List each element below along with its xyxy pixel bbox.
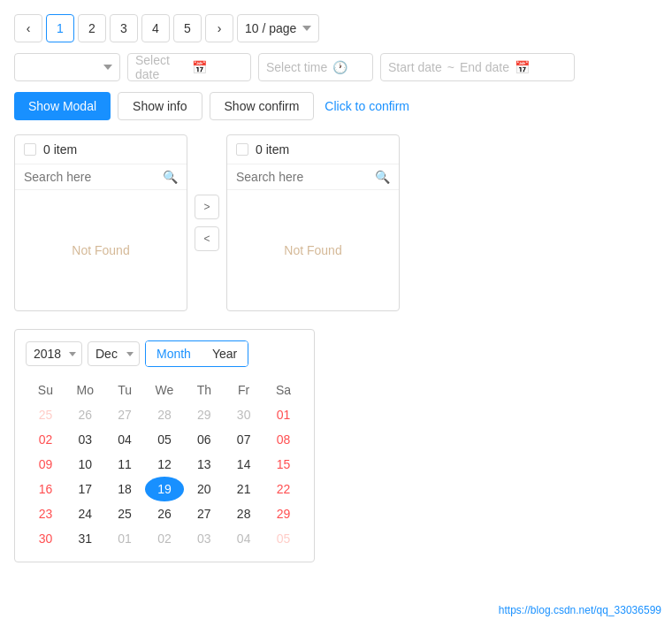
clock-icon: 🕐	[332, 60, 347, 74]
calendar-day-header: Su	[26, 378, 65, 402]
page-3-button[interactable]: 3	[110, 14, 138, 42]
page-4-button[interactable]: 4	[141, 14, 170, 42]
calendar-day-header: Th	[184, 378, 224, 402]
calendar-day[interactable]: 08	[263, 427, 303, 452]
calendar-day[interactable]: 21	[224, 477, 263, 501]
calendar-day[interactable]: 28	[145, 402, 185, 427]
transfer-left-not-found: Not Found	[72, 243, 129, 257]
calendar-day[interactable]: 01	[263, 402, 303, 427]
calendar-day[interactable]: 25	[105, 501, 145, 526]
transfer-right-body: Not Found	[227, 190, 399, 310]
calendar-day[interactable]: 06	[184, 427, 224, 452]
calendar-day[interactable]: 26	[65, 402, 105, 427]
calendar-day[interactable]: 03	[184, 526, 224, 551]
transfer-right-header: 0 item	[227, 135, 399, 164]
calendar-day[interactable]: 31	[65, 526, 105, 551]
transfer-left-checkbox[interactable]	[24, 143, 36, 156]
calendar-day[interactable]: 02	[145, 526, 185, 551]
calendar-day[interactable]: 28	[224, 501, 263, 526]
year-view-button[interactable]: Year	[202, 341, 248, 366]
transfer-left-search[interactable]: 🔍	[15, 164, 187, 190]
toolbar: Select date 📅 Select time 🕐 Start date ~…	[14, 53, 658, 81]
page-5-button[interactable]: 5	[173, 14, 202, 42]
calendar: 2018 2019 2020 JanFebMarApr MayJunJulAug…	[14, 329, 315, 562]
range-tilde: ~	[447, 60, 454, 74]
calendar-day-header: Fr	[224, 378, 263, 402]
calendar-day[interactable]: 16	[26, 477, 65, 501]
transfer-right-button[interactable]: >	[195, 195, 219, 219]
time-placeholder: Select time	[266, 60, 327, 74]
calendar-day[interactable]: 29	[184, 402, 224, 427]
month-view-button[interactable]: Month	[146, 341, 202, 366]
calendar-day[interactable]: 17	[65, 477, 105, 501]
end-date-placeholder: End date	[460, 60, 509, 74]
calendar-day[interactable]: 27	[184, 501, 224, 526]
button-row: Show Modal Show info Show confirm Click …	[14, 92, 658, 120]
calendar-header: 2018 2019 2020 JanFebMarApr MayJunJulAug…	[26, 340, 303, 367]
transfer-left-body: Not Found	[15, 190, 187, 310]
month-select[interactable]: JanFebMarApr MayJunJulAug SepOctNovDec	[88, 341, 140, 366]
transfer-buttons: > <	[187, 195, 226, 251]
calendar-day[interactable]: 22	[263, 477, 303, 501]
transfer-left-count: 0 item	[43, 142, 77, 157]
calendar-day-header: We	[145, 378, 185, 402]
transfer-right-checkbox[interactable]	[236, 143, 248, 156]
transfer-left-search-input[interactable]	[24, 170, 157, 184]
calendar-day[interactable]: 11	[105, 452, 145, 477]
calendar-day[interactable]: 14	[224, 452, 263, 477]
calendar-day[interactable]: 25	[26, 402, 65, 427]
date-placeholder: Select date	[135, 53, 187, 81]
calendar-day[interactable]: 19	[145, 477, 185, 501]
time-picker[interactable]: Select time 🕐	[258, 53, 373, 81]
calendar-day-header: Sa	[263, 378, 303, 402]
range-calendar-icon: 📅	[515, 60, 530, 74]
transfer-left-box: 0 item 🔍 Not Found	[14, 134, 187, 311]
calendar-day[interactable]: 04	[224, 526, 263, 551]
transfer-right-box: 0 item 🔍 Not Found	[226, 134, 400, 311]
calendar-day[interactable]: 23	[26, 501, 65, 526]
calendar-day[interactable]: 30	[26, 526, 65, 551]
calendar-day[interactable]: 26	[145, 501, 185, 526]
date-picker[interactable]: Select date 📅	[127, 53, 251, 81]
calendar-day[interactable]: 15	[263, 452, 303, 477]
show-confirm-button[interactable]: Show confirm	[210, 92, 315, 120]
calendar-day[interactable]: 18	[105, 477, 145, 501]
calendar-day[interactable]: 30	[224, 402, 263, 427]
transfer-right-search[interactable]: 🔍	[227, 164, 399, 190]
calendar-day[interactable]: 01	[105, 526, 145, 551]
calendar-day[interactable]: 09	[26, 452, 65, 477]
calendar-day[interactable]: 03	[65, 427, 105, 452]
transfer-right-search-input[interactable]	[236, 170, 370, 184]
calendar-day-header: Mo	[65, 378, 105, 402]
calendar-day[interactable]: 13	[184, 452, 224, 477]
date-range-picker[interactable]: Start date ~ End date 📅	[380, 53, 575, 81]
calendar-day[interactable]: 04	[105, 427, 145, 452]
click-to-confirm-button[interactable]: Click to confirm	[321, 95, 413, 118]
show-info-button[interactable]: Show info	[118, 92, 202, 120]
calendar-day[interactable]: 24	[65, 501, 105, 526]
calendar-icon: 📅	[192, 60, 243, 74]
next-page-button[interactable]: ›	[205, 14, 233, 42]
page-1-button[interactable]: 1	[46, 14, 74, 42]
calendar-day[interactable]: 10	[65, 452, 105, 477]
transfer-left-header: 0 item	[15, 135, 187, 164]
dropdown-select[interactable]	[14, 53, 120, 81]
transfer-right-not-found: Not Found	[284, 243, 341, 257]
calendar-day-header: Tu	[105, 378, 145, 402]
calendar-day[interactable]: 12	[145, 452, 185, 477]
page-size-select[interactable]: 10 / page 20 / page 50 / page	[237, 14, 319, 42]
transfer-left-button[interactable]: <	[195, 226, 219, 251]
calendar-day[interactable]: 07	[224, 427, 263, 452]
calendar-day[interactable]: 05	[145, 427, 185, 452]
transfer-right-count: 0 item	[256, 142, 289, 157]
year-select[interactable]: 2018 2019 2020	[26, 341, 82, 366]
search-icon-right: 🔍	[375, 170, 390, 184]
calendar-day[interactable]: 29	[263, 501, 303, 526]
prev-page-button[interactable]: ‹	[14, 14, 42, 42]
calendar-day[interactable]: 05	[263, 526, 303, 551]
calendar-day[interactable]: 27	[105, 402, 145, 427]
calendar-day[interactable]: 20	[184, 477, 224, 501]
calendar-day[interactable]: 02	[26, 427, 65, 452]
page-2-button[interactable]: 2	[78, 14, 106, 42]
show-modal-button[interactable]: Show Modal	[14, 92, 111, 120]
